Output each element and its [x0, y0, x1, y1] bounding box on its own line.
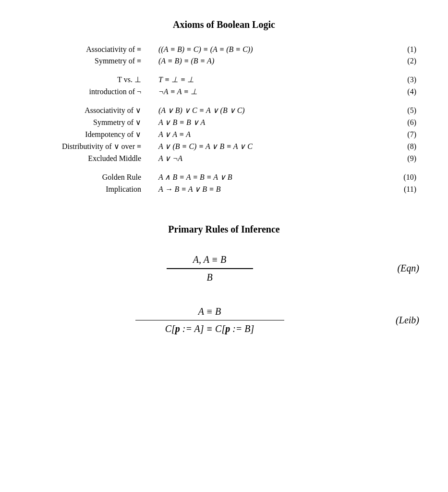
axioms-title: Axioms of Boolean Logic [29, 19, 419, 30]
axiom-row-6: Symmetry of ∨ A ∨ B ≡ B ∨ A (6) [29, 116, 419, 128]
axiom-number-1: (1) [381, 44, 419, 55]
axiom-label-3: T vs. ⊥ [29, 74, 144, 86]
leib-line [135, 320, 284, 321]
axiom-label-1: Associativity of ≡ [29, 44, 144, 55]
page-content: Axioms of Boolean Logic Associativity of… [29, 19, 419, 357]
axiom-formula-8: A ∨ (B ≡ C) ≡ A ∨ B ≡ A ∨ C [144, 140, 381, 152]
leib-fraction-inner: A ≡ B C[p := A] ≡ C[p := B] [135, 306, 284, 335]
spacer-1 [29, 67, 419, 74]
axiom-number-8: (8) [381, 140, 419, 152]
axiom-formula-4: ¬A ≡ A ≡ ⊥ [144, 86, 381, 98]
eqn-fraction: A, A ≡ B B [29, 254, 362, 283]
axiom-label-5: Associativity of ∨ [29, 104, 144, 116]
axiom-label-2: Symmetry of ≡ [29, 55, 144, 67]
inference-section: Primary Rules of Inference A, A ≡ B B (E… [29, 224, 419, 334]
axiom-formula-2: (A ≡ B) ≡ (B ≡ A) [144, 55, 381, 67]
axiom-row-10: Golden Rule A ∧ B ≡ A ≡ B ≡ A ∨ B (10) [29, 171, 419, 183]
axiom-label-4: introduction of ¬ [29, 86, 144, 98]
axiom-label-10: Golden Rule [29, 171, 144, 183]
axiom-label-9: Excluded Middle [29, 152, 144, 164]
leib-denominator: C[p := A] ≡ C[p := B] [165, 323, 254, 334]
axiom-number-11: (11) [381, 183, 419, 195]
eqn-fraction-inner: A, A ≡ B B [167, 254, 253, 283]
axiom-row-9: Excluded Middle A ∨ ¬A (9) [29, 152, 419, 164]
axiom-row-7: Idempotency of ∨ A ∨ A ≡ A (7) [29, 128, 419, 140]
axiom-number-10: (10) [381, 171, 419, 183]
spacer-2 [29, 98, 419, 104]
inference-rule-eqn: A, A ≡ B B (Eqn) [29, 254, 419, 283]
eqn-line [167, 268, 253, 269]
spacer-3 [29, 164, 419, 171]
eqn-name: (Eqn) [397, 263, 419, 273]
axiom-number-2: (2) [381, 55, 419, 67]
axiom-formula-11: A → B ≡ A ∨ B ≡ B [144, 183, 381, 195]
axiom-row-5: Associativity of ∨ (A ∨ B) ∨ C ≡ A ∨ (B … [29, 104, 419, 116]
axiom-row-2: Symmetry of ≡ (A ≡ B) ≡ (B ≡ A) (2) [29, 55, 419, 67]
axiom-number-9: (9) [381, 152, 419, 164]
leib-numerator: A ≡ B [198, 306, 221, 320]
axiom-formula-3: T ≡ ⊥ ≡ ⊥ [144, 74, 381, 86]
inference-title: Primary Rules of Inference [29, 224, 419, 235]
axioms-table: Associativity of ≡ ((A ≡ B) ≡ C) ≡ (A ≡ … [29, 44, 419, 195]
axiom-formula-6: A ∨ B ≡ B ∨ A [144, 116, 381, 128]
axiom-formula-10: A ∧ B ≡ A ≡ B ≡ A ∨ B [144, 171, 381, 183]
axiom-row-4: introduction of ¬ ¬A ≡ A ≡ ⊥ (4) [29, 86, 419, 98]
axiom-row-11: Implication A → B ≡ A ∨ B ≡ B (11) [29, 183, 419, 195]
leib-label: (Leib) [362, 315, 419, 326]
axiom-number-3: (3) [381, 74, 419, 86]
axiom-number-7: (7) [381, 128, 419, 140]
axiom-number-4: (4) [381, 86, 419, 98]
leib-fraction: A ≡ B C[p := A] ≡ C[p := B] [29, 306, 362, 335]
axiom-row-8: Distributivity of ∨ over ≡ A ∨ (B ≡ C) ≡… [29, 140, 419, 152]
axiom-formula-7: A ∨ A ≡ A [144, 128, 381, 140]
axiom-number-5: (5) [381, 104, 419, 116]
axiom-formula-9: A ∨ ¬A [144, 152, 381, 164]
axiom-row-1: Associativity of ≡ ((A ≡ B) ≡ C) ≡ (A ≡ … [29, 44, 419, 55]
inference-rule-leib: A ≡ B C[p := A] ≡ C[p := B] (Leib) [29, 306, 419, 335]
axiom-label-8: Distributivity of ∨ over ≡ [29, 140, 144, 152]
leib-name: (Leib) [396, 315, 419, 325]
axiom-label-7: Idempotency of ∨ [29, 128, 144, 140]
axiom-label-11: Implication [29, 183, 144, 195]
axiom-number-6: (6) [381, 116, 419, 128]
eqn-denominator: B [206, 272, 212, 283]
eqn-label: (Eqn) [362, 263, 419, 274]
axiom-formula-1: ((A ≡ B) ≡ C) ≡ (A ≡ (B ≡ C)) [144, 44, 381, 55]
axiom-formula-5: (A ∨ B) ∨ C ≡ A ∨ (B ∨ C) [144, 104, 381, 116]
axiom-row-3: T vs. ⊥ T ≡ ⊥ ≡ ⊥ (3) [29, 74, 419, 86]
axiom-label-6: Symmetry of ∨ [29, 116, 144, 128]
eqn-numerator: A, A ≡ B [193, 254, 226, 268]
